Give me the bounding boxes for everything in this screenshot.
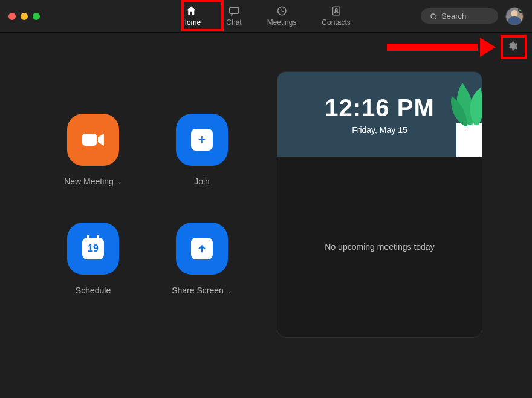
main-nav: Home Chat Meetings Contacts xyxy=(175,1,356,29)
right-pane: 12:16 PM Friday, May 15 No upcoming meet… xyxy=(271,59,517,383)
contacts-icon xyxy=(330,5,342,17)
titlebar-right: Search xyxy=(421,7,524,25)
upcoming-body: No upcoming meetings today xyxy=(277,157,482,337)
tab-meetings[interactable]: Meetings xyxy=(261,1,303,29)
share-screen-button[interactable]: Share Screen ⌄ xyxy=(148,223,256,295)
new-meeting-tile xyxy=(67,114,119,166)
join-button[interactable]: + Join xyxy=(148,114,256,186)
share-screen-label: Share Screen ⌄ xyxy=(172,285,232,295)
tab-label: Meetings xyxy=(267,18,297,27)
clock-time: 12:16 PM xyxy=(325,94,434,122)
chevron-down-icon[interactable]: ⌄ xyxy=(227,287,232,294)
tab-contacts[interactable]: Contacts xyxy=(316,1,356,29)
titlebar: Home Chat Meetings Contacts Search xyxy=(0,0,532,33)
search-placeholder: Search xyxy=(441,11,466,21)
calendar-icon: 19 xyxy=(82,238,104,259)
join-tile: + xyxy=(176,114,228,166)
plus-icon: + xyxy=(191,129,213,151)
gear-icon xyxy=(507,41,518,51)
presence-indicator xyxy=(518,7,524,13)
minimize-window[interactable] xyxy=(21,13,28,20)
avatar[interactable] xyxy=(505,7,524,25)
svg-point-3 xyxy=(335,9,337,11)
search-input[interactable]: Search xyxy=(421,8,498,24)
share-screen-tile xyxy=(176,223,228,275)
upcoming-empty-text: No upcoming meetings today xyxy=(325,242,434,252)
tab-label: Home xyxy=(181,18,201,27)
tab-label: Chat xyxy=(226,18,241,27)
svg-rect-6 xyxy=(456,123,482,157)
svg-rect-5 xyxy=(82,134,97,146)
tab-chat[interactable]: Chat xyxy=(220,1,247,29)
plant-illustration xyxy=(438,72,482,157)
svg-point-4 xyxy=(431,13,435,18)
schedule-button[interactable]: 19 Schedule xyxy=(39,223,148,295)
close-window[interactable] xyxy=(8,13,16,20)
home-toolbar xyxy=(0,33,532,59)
upcoming-card: 12:16 PM Friday, May 15 No upcoming meet… xyxy=(277,71,482,338)
calendar-day: 19 xyxy=(88,243,99,254)
arrow-up-icon xyxy=(191,238,213,259)
tab-label: Contacts xyxy=(322,18,350,27)
home-icon xyxy=(185,5,197,17)
join-label: Join xyxy=(194,177,210,186)
window-controls xyxy=(8,13,40,20)
tab-home[interactable]: Home xyxy=(175,1,207,29)
schedule-label: Schedule xyxy=(76,285,111,295)
new-meeting-label: New Meeting ⌄ xyxy=(64,177,122,186)
settings-button[interactable] xyxy=(504,38,521,54)
video-icon xyxy=(81,131,105,148)
clock-banner: 12:16 PM Friday, May 15 xyxy=(277,72,482,157)
new-meeting-button[interactable]: New Meeting ⌄ xyxy=(39,114,148,186)
clock-icon xyxy=(276,5,288,17)
maximize-window[interactable] xyxy=(33,13,40,20)
clock-date: Friday, May 15 xyxy=(352,125,407,135)
chat-icon xyxy=(228,5,240,17)
svg-rect-0 xyxy=(229,7,238,13)
chevron-down-icon[interactable]: ⌄ xyxy=(117,178,122,185)
home-content: New Meeting ⌄ + Join 19 Schedule xyxy=(0,59,532,398)
search-icon xyxy=(429,12,438,21)
schedule-tile: 19 xyxy=(67,223,119,275)
action-grid: New Meeting ⌄ + Join 19 Schedule xyxy=(15,59,256,383)
